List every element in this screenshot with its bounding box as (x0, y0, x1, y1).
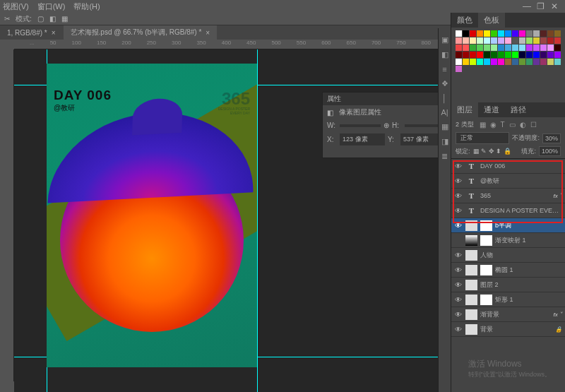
mode-opt-1[interactable]: ▢ (37, 15, 44, 23)
layer-name[interactable]: DESIGN A POSTER EVERY DAY (480, 207, 562, 214)
ruler-vertical[interactable] (0, 49, 14, 381)
panel-icon[interactable]: ≡ (442, 65, 446, 73)
swatch[interactable] (505, 59, 511, 65)
swatch[interactable] (484, 37, 490, 44)
swatch[interactable] (547, 52, 554, 58)
layer-row[interactable]: 👁图层 2 (451, 278, 565, 292)
fill-field[interactable]: 100% (539, 146, 561, 156)
swatch[interactable] (463, 44, 469, 51)
layer-row[interactable]: 👁T@教研 (451, 174, 565, 189)
swatch[interactable] (554, 59, 561, 65)
swatch[interactable] (484, 44, 490, 51)
swatch[interactable] (512, 44, 518, 51)
layer-row[interactable]: 👁背景🔒 (451, 322, 565, 337)
layer-name[interactable]: 365 (480, 192, 551, 199)
visibility-icon[interactable]: 👁 (454, 311, 463, 319)
crop-icon[interactable]: ✂ (4, 15, 10, 23)
swatch[interactable] (554, 52, 561, 58)
swatch[interactable] (477, 52, 483, 58)
swatch[interactable] (505, 52, 511, 58)
minimize-button[interactable]: — (523, 1, 530, 11)
maximize-button[interactable]: ❐ (537, 1, 544, 11)
layer-fx-badge[interactable]: 🔒 (555, 326, 562, 333)
swatch[interactable] (526, 52, 533, 58)
swatch[interactable] (526, 44, 533, 51)
link-icon[interactable]: ⊕ (383, 121, 389, 129)
canvas[interactable]: DAY 006 @教研 365 DESIGN A POSTEREVERY DAY… (14, 49, 438, 392)
layer-name[interactable]: 渐背景 (480, 310, 551, 319)
swatch[interactable] (463, 30, 469, 37)
swatch[interactable] (505, 37, 511, 44)
swatch[interactable] (533, 44, 540, 51)
layer-row[interactable]: 👁矩形 1 (451, 292, 565, 307)
filter-icon[interactable]: T (501, 121, 505, 129)
swatch[interactable] (498, 59, 504, 65)
filter-icon[interactable]: ▦ (480, 121, 486, 129)
swatch[interactable] (456, 59, 462, 65)
swatch[interactable] (470, 52, 476, 58)
filter-kind[interactable]: 2 类型 (456, 120, 474, 129)
swatch[interactable] (470, 37, 476, 44)
swatch[interactable] (456, 44, 462, 51)
menu-window[interactable]: 窗口(W) (37, 1, 66, 12)
panel-icon[interactable]: ▦ (441, 122, 448, 131)
guide-vertical[interactable] (257, 49, 258, 392)
tab-color[interactable]: 颜色 (451, 13, 478, 28)
visibility-icon[interactable]: 👁 (454, 222, 463, 230)
swatch[interactable] (547, 30, 554, 37)
swatch[interactable] (526, 30, 533, 37)
swatch[interactable] (519, 44, 525, 51)
panel-icon[interactable]: A| (441, 108, 448, 117)
panel-icon[interactable]: ◧ (441, 50, 448, 59)
lock-icons[interactable]: ▦ ✎ ✥ ⬍ 🔒 (473, 148, 511, 155)
swatch[interactable] (512, 52, 518, 58)
swatch[interactable] (477, 30, 483, 37)
layer-row[interactable]: 👁TDAY 006 (451, 159, 565, 174)
w-field[interactable] (340, 124, 381, 127)
swatch[interactable] (554, 37, 561, 44)
swatch[interactable] (512, 30, 518, 37)
swatch[interactable] (498, 52, 504, 58)
swatch[interactable] (526, 37, 533, 44)
swatch[interactable] (491, 59, 497, 65)
swatch[interactable] (484, 30, 490, 37)
swatch[interactable] (456, 52, 462, 58)
visibility-icon[interactable]: 👁 (454, 162, 463, 170)
menu-help[interactable]: 帮助(H) (73, 1, 100, 12)
swatch[interactable] (484, 52, 490, 58)
swatch[interactable] (463, 37, 469, 44)
panel-icon[interactable]: │ (442, 94, 447, 102)
swatch[interactable] (477, 44, 483, 51)
layer-name[interactable]: 人物 (480, 251, 562, 260)
layer-name[interactable]: 渐变映射 1 (495, 236, 562, 245)
swatch[interactable] (540, 37, 547, 44)
visibility-icon[interactable]: 👁 (454, 266, 463, 274)
visibility-icon[interactable]: 👁 (454, 326, 463, 333)
tab-close-icon[interactable]: × (206, 29, 210, 37)
layer-row[interactable]: 👁椭圆 1 (451, 263, 565, 278)
tab-swatches[interactable]: 色板 (478, 13, 505, 28)
panel-icon[interactable]: ≣ (441, 152, 448, 161)
ruler-horizontal[interactable]: ...5010015020025030035040045050055060065… (14, 40, 438, 49)
layer-row[interactable]: 👁TDESIGN A POSTER EVERY DAY (451, 203, 565, 218)
swatch[interactable] (505, 44, 511, 51)
menu-view[interactable]: 视图(V) (3, 1, 29, 12)
swatch[interactable] (456, 66, 462, 72)
filter-icon[interactable]: ▭ (509, 121, 516, 129)
tab-paths[interactable]: 路径 (505, 102, 532, 117)
swatch[interactable] (484, 59, 490, 65)
y-field[interactable]: 537 像素 (400, 133, 438, 145)
swatch[interactable] (526, 59, 533, 65)
swatch[interactable] (491, 30, 497, 37)
swatch[interactable] (540, 30, 547, 37)
swatch[interactable] (533, 52, 540, 58)
swatch[interactable] (505, 30, 511, 37)
swatch[interactable] (491, 52, 497, 58)
opacity-field[interactable]: 30% (542, 133, 561, 143)
visibility-icon[interactable]: 👁 (454, 192, 463, 200)
swatch[interactable] (519, 52, 525, 58)
panel-icon[interactable]: ▣ (441, 35, 448, 44)
swatch[interactable] (463, 52, 469, 58)
swatch[interactable] (547, 44, 554, 51)
layer-fx-badge[interactable]: fx ˅ (554, 193, 562, 199)
